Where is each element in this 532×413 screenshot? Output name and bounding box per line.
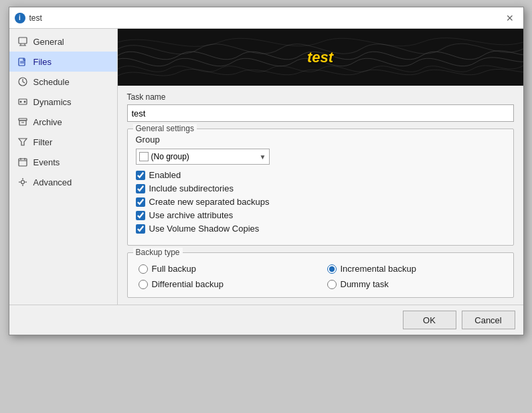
form-area: Task name General settings Group (No gro… bbox=[118, 86, 523, 305]
checkbox-row-use-archive-attrs: Use archive attributes bbox=[136, 210, 505, 220]
events-icon bbox=[17, 157, 28, 167]
group-field-row: Group bbox=[136, 135, 505, 145]
dialog-title: test bbox=[29, 13, 42, 23]
sidebar-label-filter: Filter bbox=[33, 137, 53, 147]
use-archive-attrs-checkbox[interactable] bbox=[136, 211, 145, 220]
incremental-backup-label: Incremental backup bbox=[341, 264, 416, 274]
files-icon bbox=[17, 56, 28, 67]
dynamics-icon bbox=[17, 96, 28, 107]
radio-row-incremental-backup: Incremental backup bbox=[327, 264, 503, 274]
app-icon: i bbox=[15, 13, 25, 23]
schedule-icon bbox=[17, 76, 28, 87]
sidebar-item-files[interactable]: Files bbox=[9, 52, 117, 72]
sidebar: General Files Schedule Dyn bbox=[9, 29, 118, 305]
radio-row-full-backup: Full backup bbox=[139, 264, 314, 274]
advanced-icon bbox=[17, 177, 28, 187]
differential-backup-label: Differential backup bbox=[152, 279, 224, 289]
include-subdirs-checkbox[interactable] bbox=[136, 184, 145, 193]
task-name-input[interactable] bbox=[127, 104, 514, 122]
main-dialog: i test ✕ General Files bbox=[9, 7, 524, 335]
title-bar-left: i test bbox=[15, 13, 42, 23]
svg-point-10 bbox=[23, 101, 25, 103]
radio-row-dummy-task: Dummy task bbox=[327, 279, 503, 289]
sidebar-label-events: Events bbox=[33, 157, 60, 167]
monitor-icon bbox=[17, 36, 28, 47]
sidebar-item-archive[interactable]: Archive bbox=[9, 112, 117, 132]
sidebar-label-schedule: Schedule bbox=[33, 77, 70, 87]
checkbox-row-use-vss: Use Volume Shadow Copies bbox=[136, 224, 505, 234]
general-settings-group: General settings Group (No group) ▼ bbox=[127, 129, 514, 246]
checkbox-row-enabled: Enabled bbox=[136, 170, 505, 180]
title-bar: i test ✕ bbox=[9, 7, 523, 29]
filter-icon bbox=[17, 137, 28, 147]
radio-row-differential-backup: Differential backup bbox=[139, 279, 314, 289]
checkbox-row-include-subdirs: Include subdirectories bbox=[136, 183, 505, 193]
full-backup-label: Full backup bbox=[152, 264, 196, 274]
dummy-task-radio[interactable] bbox=[327, 280, 337, 289]
group-field-label: Group bbox=[136, 135, 160, 145]
group-dropdown-row: (No group) ▼ bbox=[136, 149, 505, 165]
dummy-task-label: Dummy task bbox=[341, 279, 389, 289]
ok-button[interactable]: OK bbox=[403, 311, 456, 329]
dropdown-arrow-icon: ▼ bbox=[260, 153, 266, 161]
backup-type-title: Backup type bbox=[133, 248, 183, 257]
create-new-backups-label: Create new separated backups bbox=[149, 197, 270, 207]
use-vss-checkbox[interactable] bbox=[136, 224, 145, 234]
group-dropdown-value: (No group) bbox=[151, 152, 257, 161]
group-dropdown[interactable]: (No group) ▼ bbox=[136, 149, 270, 165]
general-settings-title: General settings bbox=[133, 124, 197, 133]
sidebar-label-dynamics: Dynamics bbox=[33, 97, 72, 107]
sidebar-item-events[interactable]: Events bbox=[9, 152, 117, 172]
radio-grid: Full backup Incremental backup Different… bbox=[139, 260, 503, 289]
checkbox-row-create-new-backups: Create new separated backups bbox=[136, 197, 505, 207]
close-button[interactable]: ✕ bbox=[502, 11, 518, 25]
full-backup-radio[interactable] bbox=[139, 264, 148, 274]
sidebar-item-filter[interactable]: Filter bbox=[9, 132, 117, 152]
svg-point-19 bbox=[21, 181, 24, 184]
task-name-label: Task name bbox=[127, 92, 514, 102]
banner: test bbox=[118, 29, 523, 86]
dialog-body: General Files Schedule Dyn bbox=[9, 29, 523, 305]
sidebar-label-archive: Archive bbox=[33, 117, 62, 127]
main-content: test Task name General settings Group bbox=[118, 29, 523, 305]
banner-title: test bbox=[307, 49, 333, 66]
sidebar-item-dynamics[interactable]: Dynamics bbox=[9, 92, 117, 112]
sidebar-item-general[interactable]: General bbox=[9, 31, 117, 52]
svg-point-9 bbox=[19, 101, 21, 103]
svg-rect-0 bbox=[19, 37, 27, 44]
differential-backup-radio[interactable] bbox=[139, 280, 148, 289]
use-archive-attrs-label: Use archive attributes bbox=[149, 210, 234, 220]
svg-rect-15 bbox=[19, 159, 27, 166]
group-dropdown-icon bbox=[139, 152, 149, 161]
sidebar-item-advanced[interactable]: Advanced bbox=[9, 172, 117, 192]
use-vss-label: Use Volume Shadow Copies bbox=[149, 224, 260, 234]
sidebar-item-schedule[interactable]: Schedule bbox=[9, 72, 117, 92]
cancel-button[interactable]: Cancel bbox=[462, 311, 515, 329]
enabled-label: Enabled bbox=[149, 170, 181, 180]
sidebar-label-advanced: Advanced bbox=[33, 177, 72, 187]
backup-type-group: Backup type Full backup Incremental back… bbox=[127, 252, 514, 298]
create-new-backups-checkbox[interactable] bbox=[136, 197, 145, 207]
incremental-backup-radio[interactable] bbox=[327, 264, 337, 274]
enabled-checkbox[interactable] bbox=[136, 171, 145, 180]
svg-marker-14 bbox=[19, 139, 27, 145]
dialog-footer: OK Cancel bbox=[9, 305, 523, 335]
sidebar-label-general: General bbox=[33, 37, 64, 47]
sidebar-label-files: Files bbox=[33, 57, 52, 67]
archive-icon bbox=[17, 116, 28, 127]
checkboxes-container: Enabled Include subdirectories Create ne… bbox=[136, 170, 505, 234]
include-subdirs-label: Include subdirectories bbox=[149, 183, 234, 193]
